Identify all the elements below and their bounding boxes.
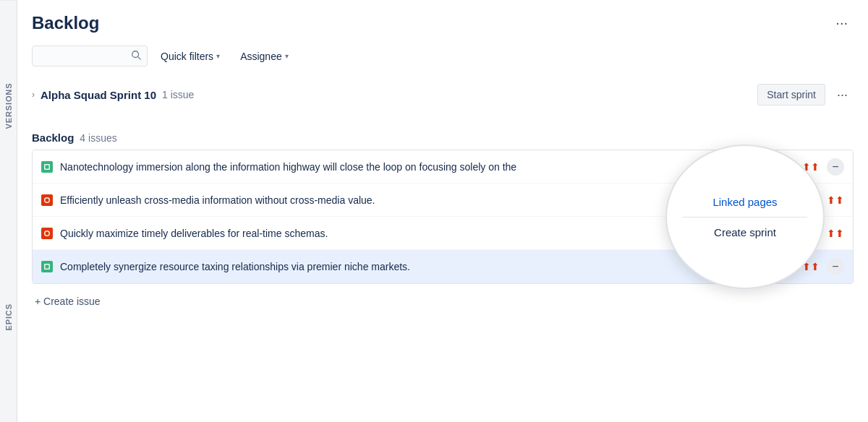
sprint-actions: Start sprint ··· bbox=[757, 84, 854, 106]
issue-type-story-icon bbox=[41, 261, 53, 272]
quick-filters-button[interactable]: Quick filters ▾ bbox=[153, 46, 227, 66]
issue-id: SB-11 bbox=[788, 228, 814, 238]
issue-id: SB-9 bbox=[755, 161, 776, 172]
backlog-title: Backlog bbox=[32, 132, 74, 144]
header-more-button[interactable]: ··· bbox=[830, 12, 854, 34]
sprint-section: › Alpha Squad Sprint 10 1 issue Start sp… bbox=[32, 75, 854, 111]
backlog-section: Backlog 4 issues Nanotechnology immersio… bbox=[32, 123, 854, 313]
side-labels: VERSIONS EPICS bbox=[0, 0, 17, 422]
issues-list: Nanotechnology immersion along the infor… bbox=[32, 150, 854, 284]
start-sprint-button[interactable]: Start sprint bbox=[757, 84, 825, 106]
table-row: Completely synergize resource taxing rel… bbox=[33, 250, 853, 283]
assignee-chevron-icon: ▾ bbox=[285, 52, 289, 60]
sprint-chevron-icon[interactable]: › bbox=[32, 90, 35, 100]
page-title: Backlog bbox=[32, 13, 99, 33]
issue-text: Completely synergize resource taxing rel… bbox=[60, 261, 756, 272]
priority-highest-icon: ⬆⬆ bbox=[827, 194, 844, 206]
search-box[interactable] bbox=[32, 46, 148, 66]
svg-point-5 bbox=[46, 198, 49, 202]
sprint-name: Alpha Squad Sprint 10 bbox=[41, 89, 156, 101]
epics-label[interactable]: EPICS bbox=[0, 212, 17, 423]
assignee-label: Assignee bbox=[240, 51, 282, 62]
priority-highest-icon: ⬆⬆ bbox=[789, 160, 820, 173]
svg-rect-3 bbox=[46, 165, 49, 168]
priority-highest-icon: ⬆⬆ bbox=[802, 261, 820, 272]
quick-filters-label: Quick filters bbox=[161, 51, 213, 62]
create-issue-label: + Create issue bbox=[35, 296, 101, 307]
main-content: Backlog ··· Quick filters ▾ Assignee bbox=[17, 0, 868, 422]
search-input[interactable] bbox=[40, 51, 127, 62]
table-row: Nanotechnology immersion along the infor… bbox=[33, 150, 853, 184]
sprint-issue-count: 1 issue bbox=[162, 89, 194, 100]
app-container: VERSIONS EPICS Backlog ··· Quick filters bbox=[0, 0, 868, 422]
issue-text: Quickly maximize timely deliverables for… bbox=[60, 228, 780, 239]
issue-text: Nanotechnology immersion along the infor… bbox=[60, 161, 748, 173]
table-row: Quickly maximize timely deliverables for… bbox=[33, 217, 853, 250]
issue-type-story-icon bbox=[41, 161, 53, 173]
svg-rect-9 bbox=[46, 265, 49, 269]
page-header: Backlog ··· bbox=[17, 0, 868, 40]
minus-button[interactable]: − bbox=[827, 158, 844, 176]
issue-id: SB-12 bbox=[763, 262, 789, 272]
create-issue-button[interactable]: + Create issue bbox=[32, 290, 103, 313]
svg-point-7 bbox=[46, 231, 49, 235]
minus-button[interactable]: − bbox=[827, 258, 844, 275]
issue-text: Efficiently unleash cross-media informat… bbox=[60, 194, 780, 206]
priority-highest-icon: ⬆⬆ bbox=[827, 228, 844, 239]
svg-line-1 bbox=[138, 57, 141, 60]
table-row: Efficiently unleash cross-media informat… bbox=[33, 184, 853, 217]
content-area: › Alpha Squad Sprint 10 1 issue Start sp… bbox=[17, 75, 868, 422]
issue-type-bug-icon bbox=[41, 194, 53, 206]
quick-filters-chevron-icon: ▾ bbox=[216, 52, 220, 60]
versions-label[interactable]: VERSIONS bbox=[0, 0, 17, 212]
sprint-header: › Alpha Squad Sprint 10 1 issue Start sp… bbox=[32, 75, 854, 111]
backlog-header: Backlog 4 issues bbox=[32, 123, 854, 150]
backlog-issue-count: 4 issues bbox=[80, 132, 116, 144]
search-icon bbox=[131, 50, 141, 62]
assignee-filter-button[interactable]: Assignee ▾ bbox=[233, 46, 296, 66]
sprint-more-button[interactable]: ··· bbox=[831, 85, 854, 106]
issue-type-bug-icon bbox=[41, 228, 53, 239]
toolbar: Quick filters ▾ Assignee ▾ bbox=[17, 40, 868, 75]
